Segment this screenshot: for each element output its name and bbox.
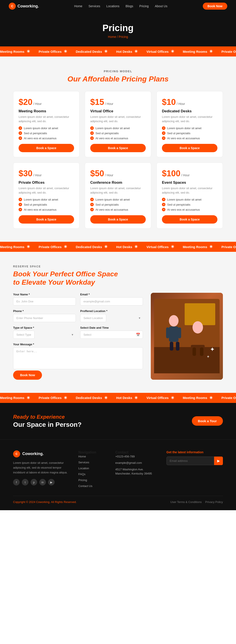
svg-rect-7: [170, 342, 173, 350]
svg-rect-14: [200, 348, 203, 356]
feature-2-0: Lorem ipsum dolor sit amet: [162, 126, 218, 130]
plan-name-3: Private Offices: [18, 180, 74, 185]
footer-address: 4517 Washington Ave. Manchester, Kentuck…: [115, 467, 158, 476]
plan-desc-2: Lorem ipsum dolor sit amet, consectetur …: [162, 115, 218, 123]
cta-text: Ready to Experience Our Space in Person?: [13, 414, 82, 428]
feature-0-2: At vero eos et accusamus: [18, 136, 74, 140]
feature-2-2: At vero eos et accusamus: [162, 136, 218, 140]
terms-link[interactable]: User Terms & Conditions: [170, 500, 202, 504]
feature-1-1: Sed ut perspiciatis: [90, 132, 146, 135]
name-input[interactable]: [13, 297, 76, 306]
footer-logo-icon: C: [13, 450, 20, 458]
book-space-button-5[interactable]: Book a Space: [162, 215, 218, 224]
ticker-dedicated-desks-1: Dedicated Desks ✳: [76, 49, 108, 54]
plan-features-5: Lorem ipsum dolor sit amet Sed ut perspi…: [162, 198, 218, 211]
nav-locations[interactable]: Locations: [107, 4, 119, 8]
footer-link-faqs[interactable]: FAQs: [78, 472, 107, 476]
book-space-button-0[interactable]: Book a Space: [18, 144, 74, 152]
svg-point-9: [193, 321, 203, 334]
reserve-image-inner: ✦ ✦: [151, 293, 223, 380]
footer-copyright: Copyright © 2024 Coworking. All Rights R…: [13, 500, 77, 504]
feat-dot: [90, 136, 94, 140]
pricing-card-1: $15/ Hour Virtual Office Lorem ipsum dol…: [85, 91, 151, 157]
breadcrumb: Home / Pricing: [0, 35, 236, 38]
book-now-button[interactable]: Book Now: [13, 370, 42, 380]
book-space-button-4[interactable]: Book a Space: [90, 215, 146, 224]
breadcrumb-current: Pricing: [119, 35, 128, 38]
book-space-button-2[interactable]: Book a Space: [162, 144, 218, 152]
feature-0-1: Sed ut perspiciatis: [18, 132, 74, 135]
youtube-icon[interactable]: ▶: [48, 479, 55, 486]
plan-features-2: Lorem ipsum dolor sit amet Sed ut perspi…: [162, 126, 218, 140]
email-label: Email *: [80, 293, 143, 296]
ticker3-meeting-1: Meeting Rooms ✳: [0, 396, 30, 400]
footer-contact-title: Contact: [115, 450, 158, 454]
location-select[interactable]: Select Location: [80, 314, 106, 322]
nav-home[interactable]: Home: [74, 4, 82, 8]
twitter-icon[interactable]: t: [22, 479, 28, 486]
breadcrumb-home[interactable]: Home: [108, 35, 116, 38]
facebook-icon[interactable]: f: [13, 479, 20, 486]
feat-dot: [90, 126, 94, 130]
svg-rect-12: [191, 345, 205, 348]
reserve-label: RESERVE SPACE: [13, 265, 223, 268]
reserve-image: ✦ ✦: [151, 293, 223, 380]
form-name-group: Your Name *: [13, 293, 76, 306]
plan-features-0: Lorem ipsum dolor sit amet Sed ut perspi…: [18, 126, 74, 140]
feat-dot: [90, 198, 94, 201]
footer-link-location[interactable]: Location: [78, 466, 107, 470]
nav-services[interactable]: Services: [89, 4, 100, 8]
ticker-private-offices-1: Private Offices ✳: [39, 49, 67, 54]
book-space-button-3[interactable]: Book a Space: [18, 215, 74, 224]
reserve-form: Your Name * Email * Phone * Proffered Lo…: [13, 293, 143, 369]
feat-dot: [90, 208, 94, 211]
plan-features-1: Lorem ipsum dolor sit amet Sed ut perspi…: [90, 126, 146, 140]
footer-socials: f t p in ▶: [13, 479, 70, 486]
svg-text:✦: ✦: [207, 354, 210, 359]
message-textarea[interactable]: [13, 347, 143, 369]
nav-book-button[interactable]: Book Now: [203, 3, 227, 10]
svg-rect-5: [166, 327, 169, 338]
footer-link-contact[interactable]: Contact Us: [78, 484, 107, 488]
ticker2-private-1: Private Offices ✳: [39, 244, 67, 249]
form-location-group: Proffered Location * Select Location: [80, 310, 143, 322]
reserve-title: Book Your Perfect Office Space to Elevat…: [13, 270, 223, 287]
newsletter-submit-button[interactable]: ▶: [214, 456, 223, 465]
reserve-section: RESERVE SPACE Book Your Perfect Office S…: [0, 252, 236, 393]
newsletter-input[interactable]: [166, 456, 214, 465]
plan-name-2: Dedicated Desks: [162, 109, 218, 114]
nav-about[interactable]: About Us: [155, 4, 167, 8]
ticker-meeting-rooms-2: Meeting Rooms ✳: [183, 49, 213, 54]
ticker-virtual-1: Virtual Offices ✳: [146, 49, 174, 54]
feature-1-2: At vero eos et accusamus: [90, 136, 146, 140]
nav-pricing[interactable]: Pricing: [139, 4, 149, 8]
newsletter-label: Get the latest information: [166, 450, 223, 454]
logo[interactable]: C Coworking.: [9, 3, 39, 10]
nav-blogs[interactable]: Blogs: [126, 4, 133, 8]
book-space-button-1[interactable]: Book a Space: [90, 144, 146, 152]
email-input[interactable]: [80, 297, 143, 306]
footer-newsletter-col: Get the latest information ▶: [166, 450, 223, 488]
footer-phone: +0123-456-789: [115, 454, 158, 459]
svg-rect-4: [169, 326, 179, 342]
footer-link-pricing[interactable]: Pricing: [78, 478, 107, 482]
privacy-link[interactable]: Privacy Policy: [205, 500, 223, 504]
feature-1-0: Lorem ipsum dolor sit amet: [90, 126, 146, 130]
phone-input[interactable]: [13, 314, 76, 322]
price-5: $100: [162, 169, 181, 178]
linkedin-icon[interactable]: in: [39, 479, 46, 486]
navbar: C Coworking. Home Services Locations Blo…: [0, 0, 236, 12]
type-select[interactable]: Select Type: [13, 331, 34, 339]
feat-dot: [162, 208, 165, 211]
plan-features-3: Lorem ipsum dolor sit amet Sed ut perspi…: [18, 198, 74, 211]
pinterest-icon[interactable]: p: [31, 479, 37, 486]
page-hero: Pricing Home / Pricing: [0, 12, 236, 46]
phone-label: Phone *: [13, 310, 76, 313]
footer-link-services[interactable]: Services: [78, 460, 107, 464]
book-tour-button[interactable]: Book a Tour: [192, 416, 223, 426]
datetime-input[interactable]: [80, 331, 143, 339]
price-3: $30: [18, 169, 32, 178]
ticker3-hot-1: Hot Desks ✳: [116, 396, 138, 400]
footer-link-home[interactable]: Home: [78, 454, 107, 458]
ticker-1: Meeting Rooms ✳ Private Offices ✳ Dedica…: [0, 46, 236, 56]
